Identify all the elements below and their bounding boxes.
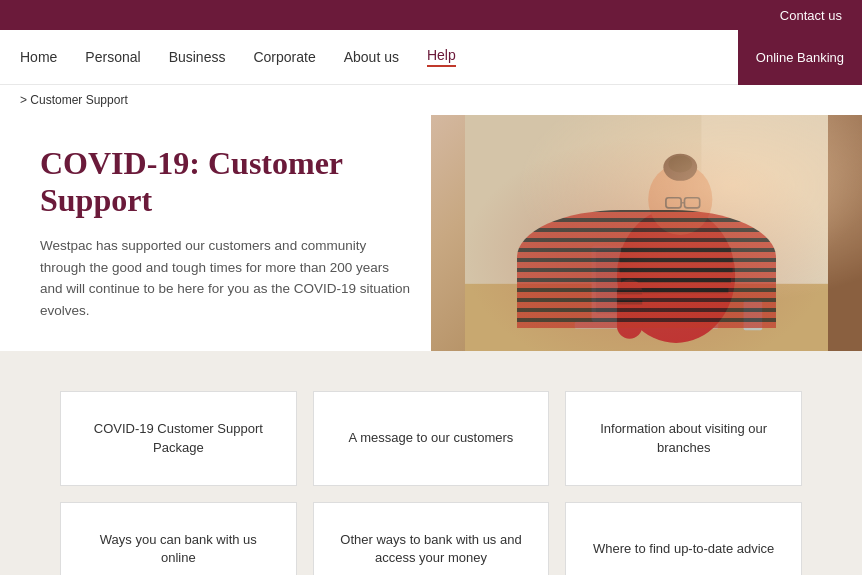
online-banking-button[interactable]: Online Banking bbox=[738, 30, 862, 85]
svg-point-12 bbox=[648, 164, 712, 235]
hero-svg bbox=[431, 115, 862, 351]
svg-rect-0 bbox=[465, 115, 828, 351]
svg-rect-21 bbox=[744, 301, 763, 331]
nav-item-corporate[interactable]: Corporate bbox=[253, 49, 315, 65]
top-bar: Contact us bbox=[0, 0, 862, 30]
svg-rect-18 bbox=[617, 280, 642, 339]
breadcrumb-separator: > bbox=[20, 93, 30, 107]
card-covid-support[interactable]: COVID-19 Customer Support Package bbox=[60, 391, 297, 485]
nav-item-home[interactable]: Home bbox=[20, 49, 57, 65]
card-message-customers[interactable]: A message to our customers bbox=[313, 391, 550, 485]
svg-rect-4 bbox=[596, 250, 706, 313]
nav-item-business[interactable]: Business bbox=[169, 49, 226, 65]
svg-rect-3 bbox=[592, 246, 710, 322]
hero-image bbox=[431, 115, 862, 351]
svg-point-13 bbox=[663, 154, 697, 181]
hero-image-placeholder bbox=[431, 115, 862, 351]
card-other-ways[interactable]: Other ways to bank with us and access yo… bbox=[313, 502, 550, 575]
card-advice-text: Where to find up-to-date advice bbox=[593, 540, 774, 558]
svg-rect-16 bbox=[684, 198, 699, 208]
svg-point-14 bbox=[668, 156, 692, 173]
svg-rect-2 bbox=[465, 284, 828, 352]
cards-section: COVID-19 Customer Support Package A mess… bbox=[0, 351, 862, 575]
nav-items: Home Personal Business Corporate About u… bbox=[20, 47, 456, 67]
card-branches[interactable]: Information about visiting our branches bbox=[565, 391, 802, 485]
svg-rect-1 bbox=[701, 115, 828, 284]
hero-title: COVID-19: Customer Support bbox=[40, 145, 434, 219]
hero-section: COVID-19: Customer Support Westpac has s… bbox=[0, 115, 862, 351]
svg-point-6 bbox=[617, 208, 735, 343]
card-bank-online[interactable]: Ways you can bank with us online bbox=[60, 502, 297, 575]
hero-content: COVID-19: Customer Support Westpac has s… bbox=[0, 115, 474, 351]
nav-item-personal[interactable]: Personal bbox=[85, 49, 140, 65]
card-covid-support-text: COVID-19 Customer Support Package bbox=[81, 420, 276, 456]
card-message-customers-text: A message to our customers bbox=[349, 429, 514, 447]
breadcrumb-current: Customer Support bbox=[30, 93, 127, 107]
cards-grid: COVID-19 Customer Support Package A mess… bbox=[60, 391, 802, 575]
card-other-ways-text: Other ways to bank with us and access yo… bbox=[334, 531, 529, 567]
card-branches-text: Information about visiting our branches bbox=[586, 420, 781, 456]
nav-item-about[interactable]: About us bbox=[344, 49, 399, 65]
main-nav: Home Personal Business Corporate About u… bbox=[0, 30, 862, 85]
svg-rect-15 bbox=[666, 198, 681, 208]
hero-subtitle: Westpac has supported our customers and … bbox=[40, 235, 410, 321]
breadcrumb: > Customer Support bbox=[0, 85, 862, 115]
card-advice[interactable]: Where to find up-to-date advice bbox=[565, 502, 802, 575]
nav-item-help[interactable]: Help bbox=[427, 47, 456, 67]
svg-rect-5 bbox=[575, 322, 719, 329]
contact-us-link[interactable]: Contact us bbox=[780, 8, 842, 23]
card-bank-online-text: Ways you can bank with us online bbox=[81, 531, 276, 567]
